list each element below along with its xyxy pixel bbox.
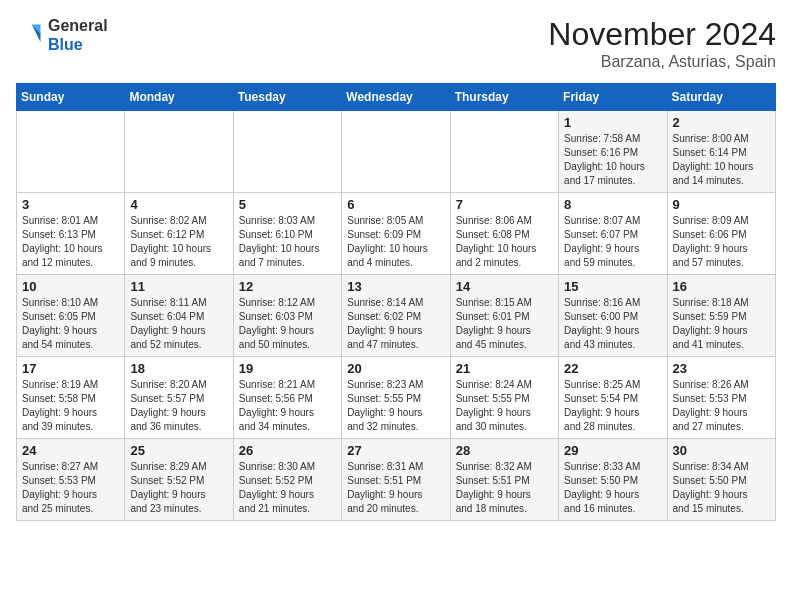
day-cell: 30Sunrise: 8:34 AM Sunset: 5:50 PM Dayli… — [667, 439, 775, 521]
day-info: Sunrise: 8:33 AM Sunset: 5:50 PM Dayligh… — [564, 460, 661, 516]
day-cell: 3Sunrise: 8:01 AM Sunset: 6:13 PM Daylig… — [17, 193, 125, 275]
day-cell: 17Sunrise: 8:19 AM Sunset: 5:58 PM Dayli… — [17, 357, 125, 439]
day-number: 4 — [130, 197, 227, 212]
weekday-header-thursday: Thursday — [450, 84, 558, 111]
day-info: Sunrise: 8:12 AM Sunset: 6:03 PM Dayligh… — [239, 296, 336, 352]
day-number: 26 — [239, 443, 336, 458]
day-info: Sunrise: 8:24 AM Sunset: 5:55 PM Dayligh… — [456, 378, 553, 434]
day-cell: 28Sunrise: 8:32 AM Sunset: 5:51 PM Dayli… — [450, 439, 558, 521]
title-block: November 2024 Barzana, Asturias, Spain — [548, 16, 776, 71]
logo: General Blue — [16, 16, 108, 54]
day-info: Sunrise: 8:11 AM Sunset: 6:04 PM Dayligh… — [130, 296, 227, 352]
day-cell: 21Sunrise: 8:24 AM Sunset: 5:55 PM Dayli… — [450, 357, 558, 439]
day-number: 15 — [564, 279, 661, 294]
day-number: 12 — [239, 279, 336, 294]
day-number: 17 — [22, 361, 119, 376]
day-number: 19 — [239, 361, 336, 376]
day-cell: 25Sunrise: 8:29 AM Sunset: 5:52 PM Dayli… — [125, 439, 233, 521]
day-cell: 29Sunrise: 8:33 AM Sunset: 5:50 PM Dayli… — [559, 439, 667, 521]
day-info: Sunrise: 8:23 AM Sunset: 5:55 PM Dayligh… — [347, 378, 444, 434]
day-cell: 12Sunrise: 8:12 AM Sunset: 6:03 PM Dayli… — [233, 275, 341, 357]
calendar-table: SundayMondayTuesdayWednesdayThursdayFrid… — [16, 83, 776, 521]
week-row-1: 1Sunrise: 7:58 AM Sunset: 6:16 PM Daylig… — [17, 111, 776, 193]
day-info: Sunrise: 8:29 AM Sunset: 5:52 PM Dayligh… — [130, 460, 227, 516]
day-number: 23 — [673, 361, 770, 376]
day-info: Sunrise: 7:58 AM Sunset: 6:16 PM Dayligh… — [564, 132, 661, 188]
day-cell: 19Sunrise: 8:21 AM Sunset: 5:56 PM Dayli… — [233, 357, 341, 439]
day-cell: 1Sunrise: 7:58 AM Sunset: 6:16 PM Daylig… — [559, 111, 667, 193]
weekday-header-friday: Friday — [559, 84, 667, 111]
day-cell — [233, 111, 341, 193]
day-number: 10 — [22, 279, 119, 294]
day-cell: 22Sunrise: 8:25 AM Sunset: 5:54 PM Dayli… — [559, 357, 667, 439]
day-cell: 6Sunrise: 8:05 AM Sunset: 6:09 PM Daylig… — [342, 193, 450, 275]
weekday-header-row: SundayMondayTuesdayWednesdayThursdayFrid… — [17, 84, 776, 111]
day-number: 3 — [22, 197, 119, 212]
day-number: 2 — [673, 115, 770, 130]
day-cell: 9Sunrise: 8:09 AM Sunset: 6:06 PM Daylig… — [667, 193, 775, 275]
day-info: Sunrise: 8:09 AM Sunset: 6:06 PM Dayligh… — [673, 214, 770, 270]
month-title: November 2024 — [548, 16, 776, 53]
day-number: 29 — [564, 443, 661, 458]
day-number: 25 — [130, 443, 227, 458]
day-cell: 16Sunrise: 8:18 AM Sunset: 5:59 PM Dayli… — [667, 275, 775, 357]
week-row-3: 10Sunrise: 8:10 AM Sunset: 6:05 PM Dayli… — [17, 275, 776, 357]
day-info: Sunrise: 8:15 AM Sunset: 6:01 PM Dayligh… — [456, 296, 553, 352]
day-cell: 7Sunrise: 8:06 AM Sunset: 6:08 PM Daylig… — [450, 193, 558, 275]
day-info: Sunrise: 8:27 AM Sunset: 5:53 PM Dayligh… — [22, 460, 119, 516]
weekday-header-wednesday: Wednesday — [342, 84, 450, 111]
weekday-header-monday: Monday — [125, 84, 233, 111]
logo-text: General Blue — [48, 16, 108, 54]
day-info: Sunrise: 8:32 AM Sunset: 5:51 PM Dayligh… — [456, 460, 553, 516]
day-cell: 8Sunrise: 8:07 AM Sunset: 6:07 PM Daylig… — [559, 193, 667, 275]
day-number: 11 — [130, 279, 227, 294]
day-cell — [342, 111, 450, 193]
location: Barzana, Asturias, Spain — [548, 53, 776, 71]
weekday-header-sunday: Sunday — [17, 84, 125, 111]
day-cell: 27Sunrise: 8:31 AM Sunset: 5:51 PM Dayli… — [342, 439, 450, 521]
day-info: Sunrise: 8:30 AM Sunset: 5:52 PM Dayligh… — [239, 460, 336, 516]
day-number: 9 — [673, 197, 770, 212]
day-cell — [17, 111, 125, 193]
day-number: 24 — [22, 443, 119, 458]
day-number: 16 — [673, 279, 770, 294]
day-number: 13 — [347, 279, 444, 294]
day-info: Sunrise: 8:19 AM Sunset: 5:58 PM Dayligh… — [22, 378, 119, 434]
day-info: Sunrise: 8:10 AM Sunset: 6:05 PM Dayligh… — [22, 296, 119, 352]
day-number: 21 — [456, 361, 553, 376]
day-info: Sunrise: 8:05 AM Sunset: 6:09 PM Dayligh… — [347, 214, 444, 270]
day-number: 18 — [130, 361, 227, 376]
logo-icon — [16, 21, 44, 49]
day-info: Sunrise: 8:21 AM Sunset: 5:56 PM Dayligh… — [239, 378, 336, 434]
day-info: Sunrise: 8:06 AM Sunset: 6:08 PM Dayligh… — [456, 214, 553, 270]
day-number: 30 — [673, 443, 770, 458]
day-cell: 4Sunrise: 8:02 AM Sunset: 6:12 PM Daylig… — [125, 193, 233, 275]
day-number: 8 — [564, 197, 661, 212]
weekday-header-tuesday: Tuesday — [233, 84, 341, 111]
day-cell: 24Sunrise: 8:27 AM Sunset: 5:53 PM Dayli… — [17, 439, 125, 521]
day-cell: 10Sunrise: 8:10 AM Sunset: 6:05 PM Dayli… — [17, 275, 125, 357]
day-number: 22 — [564, 361, 661, 376]
day-number: 5 — [239, 197, 336, 212]
day-info: Sunrise: 8:03 AM Sunset: 6:10 PM Dayligh… — [239, 214, 336, 270]
day-info: Sunrise: 8:18 AM Sunset: 5:59 PM Dayligh… — [673, 296, 770, 352]
day-cell — [125, 111, 233, 193]
day-cell: 11Sunrise: 8:11 AM Sunset: 6:04 PM Dayli… — [125, 275, 233, 357]
day-cell: 20Sunrise: 8:23 AM Sunset: 5:55 PM Dayli… — [342, 357, 450, 439]
day-info: Sunrise: 8:00 AM Sunset: 6:14 PM Dayligh… — [673, 132, 770, 188]
day-info: Sunrise: 8:20 AM Sunset: 5:57 PM Dayligh… — [130, 378, 227, 434]
day-number: 14 — [456, 279, 553, 294]
weekday-header-saturday: Saturday — [667, 84, 775, 111]
day-number: 27 — [347, 443, 444, 458]
week-row-2: 3Sunrise: 8:01 AM Sunset: 6:13 PM Daylig… — [17, 193, 776, 275]
day-cell: 26Sunrise: 8:30 AM Sunset: 5:52 PM Dayli… — [233, 439, 341, 521]
day-info: Sunrise: 8:01 AM Sunset: 6:13 PM Dayligh… — [22, 214, 119, 270]
day-cell: 5Sunrise: 8:03 AM Sunset: 6:10 PM Daylig… — [233, 193, 341, 275]
day-info: Sunrise: 8:16 AM Sunset: 6:00 PM Dayligh… — [564, 296, 661, 352]
day-cell: 2Sunrise: 8:00 AM Sunset: 6:14 PM Daylig… — [667, 111, 775, 193]
week-row-4: 17Sunrise: 8:19 AM Sunset: 5:58 PM Dayli… — [17, 357, 776, 439]
day-number: 7 — [456, 197, 553, 212]
day-cell: 15Sunrise: 8:16 AM Sunset: 6:00 PM Dayli… — [559, 275, 667, 357]
day-info: Sunrise: 8:07 AM Sunset: 6:07 PM Dayligh… — [564, 214, 661, 270]
day-info: Sunrise: 8:31 AM Sunset: 5:51 PM Dayligh… — [347, 460, 444, 516]
